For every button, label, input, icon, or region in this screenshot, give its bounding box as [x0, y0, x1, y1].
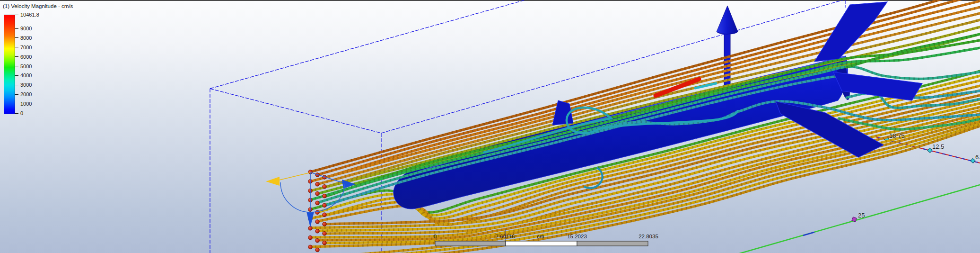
- seed-point: [308, 245, 313, 249]
- legend-tick: 9000: [15, 26, 32, 31]
- legend-tick-label: 7000: [20, 45, 32, 50]
- axis-label-18-75: 18.75: [889, 132, 905, 139]
- legend-tick-label: 1000: [20, 101, 32, 107]
- domain-box-edge-top-front: [210, 89, 381, 133]
- seed-point: [323, 194, 327, 198]
- legend-tick: 2000: [15, 91, 32, 97]
- seed-point: [315, 229, 320, 234]
- legend-tick: 0: [15, 110, 23, 116]
- flow-simulation-viewport[interactable]: (1) Velocity Magnitude - cm/s 10461.8900…: [0, 0, 980, 253]
- ruler-label-1: 7.60116: [496, 234, 515, 239]
- legend-tick-dash: [15, 75, 18, 76]
- seed-point: [315, 220, 320, 224]
- legend-tick-dash: [15, 104, 18, 104]
- legend-tick: 7000: [15, 45, 32, 50]
- legend-tick-label: 0: [20, 110, 23, 116]
- seed-point: [315, 248, 320, 252]
- legend-tick-dash: [15, 47, 18, 47]
- legend-velocity-magnitude: (1) Velocity Magnitude - cm/s 10461.8900…: [0, 1, 99, 119]
- domain-box-edge-top-left: [210, 0, 525, 89]
- seed-point: [323, 222, 327, 226]
- seed-point: [315, 238, 320, 243]
- legend-tick-label: 5000: [20, 63, 32, 69]
- ruler-unit-label: cm: [537, 234, 544, 239]
- axis-label-12-5: 12.5: [932, 143, 944, 150]
- legend-tick: 6000: [15, 54, 32, 60]
- streamlines-above-body: [310, 0, 980, 206]
- direction-arrow-left-icon: [266, 177, 280, 186]
- seed-point: [323, 213, 327, 217]
- axis-label-25: 25: [858, 212, 865, 219]
- legend-tick-dash: [15, 15, 18, 15]
- legend-tick-dash: [15, 113, 18, 114]
- legend-tick-label: 8000: [20, 35, 32, 41]
- legend-tick-dash: [15, 94, 18, 95]
- direction-arrow-down-icon: [306, 212, 314, 227]
- legend-tick: 4000: [15, 72, 32, 78]
- ruler-label-3: 22.8035: [639, 234, 658, 239]
- seed-point: [315, 191, 320, 196]
- scale-ruler-bar: [435, 241, 648, 246]
- legend-tick-dash: [15, 56, 18, 57]
- legend-tick-dash: [15, 85, 18, 85]
- legend-tick: 3000: [15, 82, 32, 88]
- viewport-3d-scene[interactable]: [0, 0, 980, 253]
- legend-tick-label: 4000: [20, 72, 32, 78]
- legend-tick-label: 9000: [20, 26, 32, 31]
- axis-tick-12-5: [928, 148, 932, 153]
- axis-label-6-25: 6.25: [975, 154, 980, 161]
- legend-tick: 10461.8: [15, 12, 39, 18]
- ruler-label-2: 15.2023: [567, 234, 587, 239]
- seed-point: [323, 241, 327, 245]
- seed-point: [323, 185, 327, 189]
- legend-tick-label: 10461.8: [20, 12, 39, 18]
- legend-tick-label: 2000: [20, 91, 32, 97]
- legend-tick-label: 6000: [20, 54, 32, 60]
- seed-point: [323, 203, 327, 208]
- legend-tick: 8000: [15, 35, 32, 41]
- seed-point: [323, 232, 327, 236]
- measurement-axis-green: [735, 185, 980, 253]
- legend-color-bar[interactable]: [4, 15, 15, 114]
- ruler-label-0: 0: [434, 234, 437, 239]
- legend-tick-label: 3000: [20, 82, 32, 88]
- seed-point: [315, 210, 320, 215]
- legend-tick-dash: [15, 37, 18, 38]
- legend-tick: 1000: [15, 101, 32, 107]
- seed-point: [315, 182, 320, 187]
- legend-tick-dash: [15, 28, 18, 29]
- legend-title: (1) Velocity Magnitude - cm/s: [3, 3, 73, 9]
- seed-point: [308, 235, 313, 240]
- legend-tick: 5000: [15, 63, 32, 69]
- legend-tick-dash: [15, 66, 18, 66]
- seed-point: [315, 201, 320, 205]
- axis-tick-6-25: [971, 158, 975, 163]
